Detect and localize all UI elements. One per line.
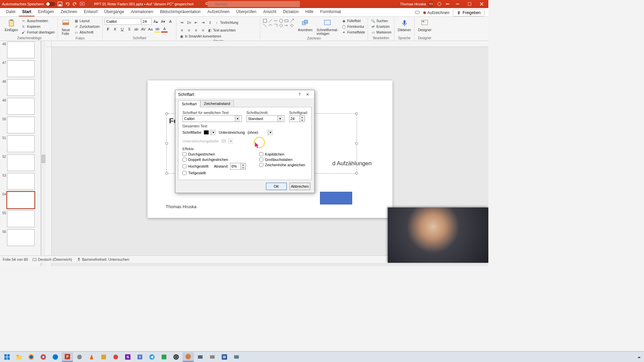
shape-effects-button[interactable]: ✦Formeffekte [341, 29, 366, 35]
underline-select[interactable]: (ohne)▾ [248, 129, 273, 135]
align-text-button[interactable]: ◧Text ausrichten [207, 27, 236, 34]
slide-thumbnail[interactable] [7, 135, 35, 152]
slide-thumbnail[interactable] [7, 98, 35, 115]
search-input[interactable] [208, 1, 300, 7]
designer-button[interactable]: Designer [417, 18, 433, 33]
maximize-button[interactable] [465, 0, 474, 8]
tab-entwurf[interactable]: Entwurf [80, 8, 101, 16]
italic-button[interactable]: K [112, 26, 118, 33]
align-center-button[interactable]: ≡ [185, 27, 192, 34]
change-case-button[interactable]: Aa [147, 26, 154, 33]
slide-thumbnail[interactable] [7, 173, 35, 190]
equalize-checkbox[interactable]: Zeichenhöhe angleichen [259, 163, 305, 167]
save-icon[interactable] [57, 1, 63, 7]
highlight-button[interactable]: ab [154, 26, 161, 33]
section-button[interactable]: ▭Abschnitt [73, 29, 100, 35]
tab-spacing[interactable]: Zeichenabstand [200, 100, 234, 107]
dictate-button[interactable]: Diktieren [396, 18, 412, 33]
tab-überprüfen[interactable]: Überprüfen [233, 8, 260, 16]
scrollbar-thumb[interactable] [42, 155, 45, 163]
layout-button[interactable]: ▦Layout [73, 18, 100, 23]
redo-icon[interactable] [72, 1, 77, 7]
font-size-input[interactable] [142, 18, 152, 25]
tab-datei[interactable]: Datei [3, 8, 19, 16]
font-select[interactable]: Calibri▾ [182, 115, 242, 122]
tab-formformat[interactable]: Formformat [317, 8, 344, 16]
slide-thumbnail[interactable] [7, 229, 35, 246]
grow-font-button[interactable]: A▴ [152, 18, 159, 25]
dialog-close-button[interactable]: ✕ [304, 92, 312, 97]
cut-button[interactable]: ✂Ausschneiden [20, 18, 55, 23]
font-name-input[interactable] [105, 18, 141, 25]
bullets-button[interactable]: ≔ [178, 19, 185, 26]
slide-thumbnail[interactable] [7, 192, 35, 208]
smartart-button[interactable]: ▣In SmartArt konvertieren [178, 34, 258, 39]
tab-ansicht[interactable]: Ansicht [260, 8, 279, 16]
tab-animationen[interactable]: Animationen [127, 8, 157, 16]
shadow-button[interactable]: ab [133, 26, 140, 33]
paste-button[interactable]: Einfügen [3, 18, 19, 33]
coming-soon-icon[interactable] [437, 1, 442, 7]
thumbnail-scrollbar[interactable] [41, 41, 46, 266]
quick-styles-button[interactable]: Schnellformat- vorlagen [315, 18, 339, 36]
reset-button[interactable]: ↺Zurücksetzen [73, 24, 100, 29]
tab-aufzeichnen[interactable]: Aufzeichnen [204, 8, 233, 16]
dialog-help-button[interactable]: ? [296, 92, 304, 97]
format-painter-button[interactable]: 🖌Format übertragen [20, 29, 55, 35]
subscript-checkbox[interactable]: Tiefgestellt [182, 171, 246, 175]
tab-zeichnen[interactable]: Zeichnen [57, 8, 80, 16]
slide-counter[interactable]: Folie 54 von 60 [3, 257, 28, 261]
close-button[interactable] [477, 0, 486, 8]
ribbon-options-icon[interactable] [445, 1, 450, 7]
slide-thumbnail[interactable] [7, 210, 35, 227]
line-spacing-button[interactable]: ‡ [207, 19, 213, 26]
autosave-toggle[interactable] [46, 2, 55, 6]
find-button[interactable]: 🔍Suchen [370, 18, 392, 23]
shape-fill-button[interactable]: ◉Fülleffekt [341, 18, 366, 23]
share-button[interactable]: Freigeben [453, 9, 484, 16]
minimize-button[interactable] [453, 0, 462, 8]
tab-font[interactable]: Schriftart [178, 101, 200, 107]
tab-hilfe[interactable]: Hilfe [302, 8, 317, 16]
tab-übergänge[interactable]: Übergänge [101, 8, 127, 16]
underline-button[interactable]: U [119, 26, 125, 33]
allcaps-checkbox[interactable]: Großbuchstaben [259, 158, 305, 162]
comments-icon[interactable] [415, 10, 420, 15]
qat-more-icon[interactable]: ▾ [86, 1, 92, 7]
tab-dictation[interactable]: Dictation [280, 8, 302, 16]
filename-dropdown-icon[interactable]: ▾ [196, 1, 201, 7]
replace-button[interactable]: ⇄Ersetzen [370, 24, 392, 29]
select-button[interactable]: ▭Markieren [370, 29, 392, 35]
language-status[interactable]: Deutsch (Österreich) [33, 257, 72, 261]
blue-shape[interactable] [320, 192, 352, 204]
font-color-picker[interactable]: ▾ [204, 129, 216, 135]
align-left-button[interactable]: ≡ [178, 27, 185, 34]
undo-icon[interactable] [65, 1, 70, 7]
superscript-checkbox[interactable]: Hochgestellt Abstand: ▴▾ [182, 163, 246, 170]
font-color-button[interactable]: A [161, 26, 168, 33]
slide-thumbnail[interactable] [7, 117, 35, 133]
accessibility-status[interactable]: Barrierefreiheit: Untersuchen [77, 257, 129, 261]
slide-thumbnail[interactable] [7, 60, 35, 77]
inc-indent-button[interactable]: ⇥ [200, 19, 206, 26]
shrink-font-button[interactable]: A▾ [160, 18, 166, 25]
strike-button[interactable]: S [126, 26, 132, 33]
slideshow-icon[interactable] [79, 1, 85, 7]
copy-button[interactable]: ⎘Kopieren [20, 24, 55, 29]
new-slide-button[interactable]: Neue Folie [60, 18, 72, 36]
clear-format-button[interactable]: A̶ [167, 18, 174, 25]
offset-spinner[interactable]: ▴▾ [230, 163, 246, 170]
justify-button[interactable]: ≡ [200, 27, 206, 34]
slide-thumbnail[interactable] [7, 154, 35, 171]
tab-einfügen[interactable]: Einfügen [35, 8, 57, 16]
slide-thumbnail[interactable] [7, 42, 35, 58]
shapes-gallery[interactable] [262, 18, 295, 28]
record-button[interactable]: Aufzeichnen [421, 9, 451, 16]
tab-bildschirmpräsentation[interactable]: Bildschirmpräsentation [157, 8, 204, 16]
bold-button[interactable]: F [105, 26, 111, 33]
slide-thumbnails[interactable]: 4647484950515253545556 [0, 41, 41, 266]
smallcaps-checkbox[interactable]: Kapitälchen [259, 152, 305, 156]
numbering-button[interactable]: 1≡ [185, 19, 192, 26]
arrange-button[interactable]: Anordnen [297, 18, 314, 33]
size-spinner[interactable]: ▴▾ [289, 115, 307, 122]
